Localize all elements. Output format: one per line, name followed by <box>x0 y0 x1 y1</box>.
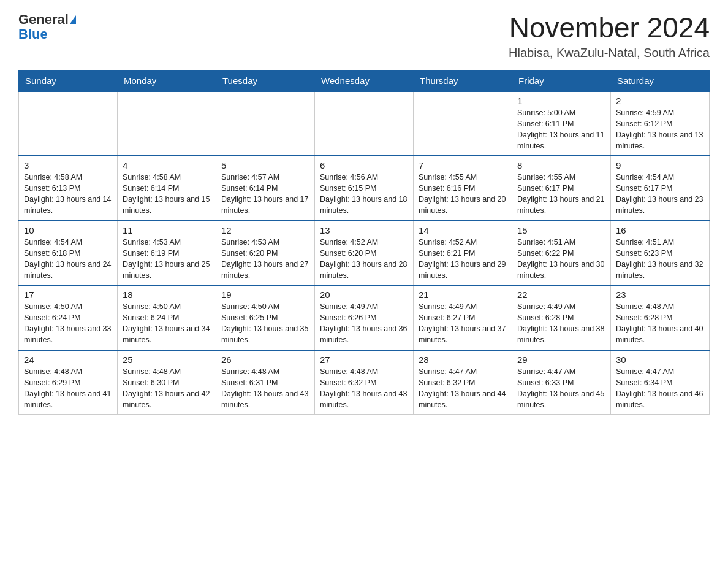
day-info: Sunrise: 5:00 AMSunset: 6:11 PMDaylight:… <box>517 107 605 152</box>
calendar-day-cell: 22Sunrise: 4:49 AMSunset: 6:28 PMDayligh… <box>512 285 611 350</box>
calendar-day-cell: 23Sunrise: 4:48 AMSunset: 6:28 PMDayligh… <box>611 285 710 350</box>
day-number: 13 <box>320 225 408 236</box>
day-number: 7 <box>419 160 507 170</box>
calendar-day-cell <box>19 91 118 156</box>
day-info: Sunrise: 4:51 AMSunset: 6:23 PMDaylight:… <box>616 237 704 282</box>
calendar-week-row: 24Sunrise: 4:48 AMSunset: 6:29 PMDayligh… <box>19 350 710 415</box>
calendar-day-cell: 4Sunrise: 4:58 AMSunset: 6:14 PMDaylight… <box>118 156 216 221</box>
day-info: Sunrise: 4:53 AMSunset: 6:20 PMDaylight:… <box>221 237 309 282</box>
day-number: 8 <box>517 160 605 170</box>
day-number: 4 <box>123 160 211 170</box>
calendar-week-row: 17Sunrise: 4:50 AMSunset: 6:24 PMDayligh… <box>19 285 710 350</box>
day-number: 9 <box>616 160 704 170</box>
day-number: 19 <box>221 289 309 300</box>
day-info: Sunrise: 4:58 AMSunset: 6:13 PMDaylight:… <box>24 172 112 216</box>
day-number: 15 <box>517 225 605 236</box>
calendar-day-cell: 8Sunrise: 4:55 AMSunset: 6:17 PMDaylight… <box>512 156 611 221</box>
day-number: 22 <box>517 289 605 300</box>
calendar-day-cell: 2Sunrise: 4:59 AMSunset: 6:12 PMDaylight… <box>611 91 710 156</box>
day-info: Sunrise: 4:47 AMSunset: 6:33 PMDaylight:… <box>517 366 605 411</box>
day-info: Sunrise: 4:48 AMSunset: 6:29 PMDaylight:… <box>24 366 112 411</box>
day-info: Sunrise: 4:55 AMSunset: 6:17 PMDaylight:… <box>517 172 605 216</box>
day-number: 28 <box>419 354 507 365</box>
calendar-day-cell: 17Sunrise: 4:50 AMSunset: 6:24 PMDayligh… <box>19 285 118 350</box>
calendar-week-row: 3Sunrise: 4:58 AMSunset: 6:13 PMDaylight… <box>19 156 710 221</box>
calendar-header-row: SundayMondayTuesdayWednesdayThursdayFrid… <box>19 70 710 91</box>
calendar-day-cell: 18Sunrise: 4:50 AMSunset: 6:24 PMDayligh… <box>118 285 216 350</box>
calendar-day-cell <box>414 91 512 156</box>
calendar-day-cell: 19Sunrise: 4:50 AMSunset: 6:25 PMDayligh… <box>216 285 315 350</box>
day-info: Sunrise: 4:57 AMSunset: 6:14 PMDaylight:… <box>221 172 309 216</box>
calendar-day-cell: 15Sunrise: 4:51 AMSunset: 6:22 PMDayligh… <box>512 221 611 286</box>
calendar-header-tuesday: Tuesday <box>216 70 315 91</box>
calendar-day-cell: 1Sunrise: 5:00 AMSunset: 6:11 PMDaylight… <box>512 91 611 156</box>
page-title: November 2024 <box>509 12 710 44</box>
day-number: 21 <box>419 289 507 300</box>
day-number: 17 <box>24 289 112 300</box>
day-info: Sunrise: 4:48 AMSunset: 6:28 PMDaylight:… <box>616 301 704 346</box>
logo-triangle-icon <box>70 15 76 24</box>
calendar-day-cell: 21Sunrise: 4:49 AMSunset: 6:27 PMDayligh… <box>414 285 512 350</box>
calendar-day-cell: 14Sunrise: 4:52 AMSunset: 6:21 PMDayligh… <box>414 221 512 286</box>
page-subtitle: Hlabisa, KwaZulu-Natal, South Africa <box>509 46 710 60</box>
calendar-day-cell: 24Sunrise: 4:48 AMSunset: 6:29 PMDayligh… <box>19 350 118 415</box>
calendar-day-cell: 25Sunrise: 4:48 AMSunset: 6:30 PMDayligh… <box>118 350 216 415</box>
calendar-day-cell: 3Sunrise: 4:58 AMSunset: 6:13 PMDaylight… <box>19 156 118 221</box>
day-info: Sunrise: 4:52 AMSunset: 6:21 PMDaylight:… <box>419 237 507 282</box>
calendar-day-cell: 28Sunrise: 4:47 AMSunset: 6:32 PMDayligh… <box>414 350 512 415</box>
calendar-day-cell <box>216 91 315 156</box>
calendar-header-thursday: Thursday <box>414 70 512 91</box>
day-info: Sunrise: 4:48 AMSunset: 6:31 PMDaylight:… <box>221 366 309 411</box>
day-info: Sunrise: 4:49 AMSunset: 6:27 PMDaylight:… <box>419 301 507 346</box>
day-info: Sunrise: 4:49 AMSunset: 6:26 PMDaylight:… <box>320 301 408 346</box>
calendar-day-cell: 9Sunrise: 4:54 AMSunset: 6:17 PMDaylight… <box>611 156 710 221</box>
day-number: 3 <box>24 160 112 170</box>
calendar-header-friday: Friday <box>512 70 611 91</box>
day-number: 20 <box>320 289 408 300</box>
day-number: 16 <box>616 225 704 236</box>
calendar-week-row: 1Sunrise: 5:00 AMSunset: 6:11 PMDaylight… <box>19 91 710 156</box>
day-info: Sunrise: 4:55 AMSunset: 6:16 PMDaylight:… <box>419 172 507 216</box>
day-number: 26 <box>221 354 309 365</box>
calendar-day-cell: 10Sunrise: 4:54 AMSunset: 6:18 PMDayligh… <box>19 221 118 286</box>
day-info: Sunrise: 4:59 AMSunset: 6:12 PMDaylight:… <box>616 107 704 152</box>
calendar-day-cell: 29Sunrise: 4:47 AMSunset: 6:33 PMDayligh… <box>512 350 611 415</box>
calendar-day-cell <box>315 91 414 156</box>
calendar-day-cell: 27Sunrise: 4:48 AMSunset: 6:32 PMDayligh… <box>315 350 414 415</box>
day-number: 5 <box>221 160 309 170</box>
calendar-day-cell: 20Sunrise: 4:49 AMSunset: 6:26 PMDayligh… <box>315 285 414 350</box>
day-info: Sunrise: 4:50 AMSunset: 6:25 PMDaylight:… <box>221 301 309 346</box>
calendar-day-cell: 11Sunrise: 4:53 AMSunset: 6:19 PMDayligh… <box>118 221 216 286</box>
day-info: Sunrise: 4:54 AMSunset: 6:17 PMDaylight:… <box>616 172 704 216</box>
day-number: 27 <box>320 354 408 365</box>
calendar-table: SundayMondayTuesdayWednesdayThursdayFrid… <box>18 70 710 415</box>
calendar-day-cell: 12Sunrise: 4:53 AMSunset: 6:20 PMDayligh… <box>216 221 315 286</box>
day-info: Sunrise: 4:49 AMSunset: 6:28 PMDaylight:… <box>517 301 605 346</box>
calendar-week-row: 10Sunrise: 4:54 AMSunset: 6:18 PMDayligh… <box>19 221 710 286</box>
day-number: 11 <box>123 225 211 236</box>
day-number: 30 <box>616 354 704 365</box>
day-number: 12 <box>221 225 309 236</box>
calendar-header-wednesday: Wednesday <box>315 70 414 91</box>
day-info: Sunrise: 4:48 AMSunset: 6:32 PMDaylight:… <box>320 366 408 411</box>
calendar-day-cell <box>118 91 216 156</box>
day-number: 25 <box>123 354 211 365</box>
day-info: Sunrise: 4:58 AMSunset: 6:14 PMDaylight:… <box>123 172 211 216</box>
calendar-day-cell: 5Sunrise: 4:57 AMSunset: 6:14 PMDaylight… <box>216 156 315 221</box>
day-number: 24 <box>24 354 112 365</box>
calendar-day-cell: 30Sunrise: 4:47 AMSunset: 6:34 PMDayligh… <box>611 350 710 415</box>
calendar-day-cell: 13Sunrise: 4:52 AMSunset: 6:20 PMDayligh… <box>315 221 414 286</box>
logo-general: General <box>18 12 69 27</box>
calendar-header-sunday: Sunday <box>19 70 118 91</box>
day-number: 18 <box>123 289 211 300</box>
day-info: Sunrise: 4:54 AMSunset: 6:18 PMDaylight:… <box>24 237 112 282</box>
day-info: Sunrise: 4:47 AMSunset: 6:32 PMDaylight:… <box>419 366 507 411</box>
day-number: 6 <box>320 160 408 170</box>
calendar-header-monday: Monday <box>118 70 216 91</box>
day-number: 14 <box>419 225 507 236</box>
day-info: Sunrise: 4:53 AMSunset: 6:19 PMDaylight:… <box>123 237 211 282</box>
day-info: Sunrise: 4:47 AMSunset: 6:34 PMDaylight:… <box>616 366 704 411</box>
day-info: Sunrise: 4:50 AMSunset: 6:24 PMDaylight:… <box>24 301 112 346</box>
day-info: Sunrise: 4:52 AMSunset: 6:20 PMDaylight:… <box>320 237 408 282</box>
calendar-day-cell: 6Sunrise: 4:56 AMSunset: 6:15 PMDaylight… <box>315 156 414 221</box>
